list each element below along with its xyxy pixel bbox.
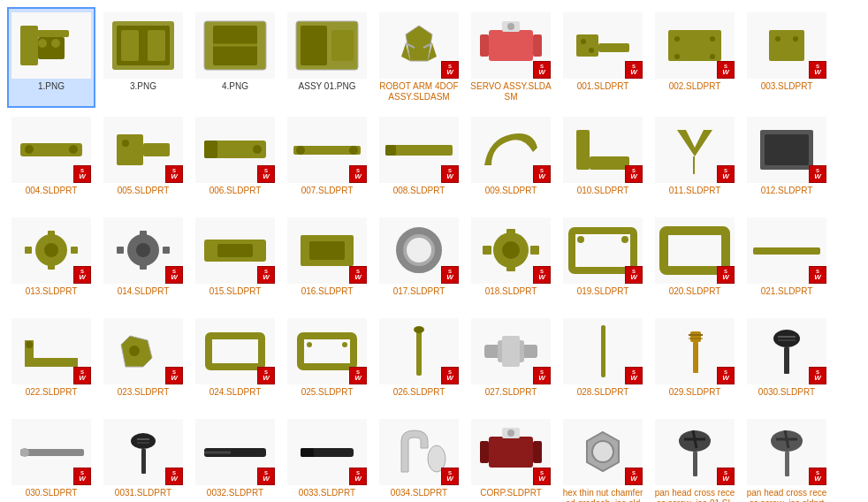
file-item-assy01png[interactable]: ASSY 01.PNG bbox=[283, 7, 371, 108]
svg-point-70 bbox=[502, 241, 520, 259]
file-item-008[interactable]: SW008.SLDPRT bbox=[375, 111, 463, 209]
svg-rect-112 bbox=[480, 441, 489, 463]
file-item-028[interactable]: SW028.SLDPRT bbox=[559, 313, 647, 410]
thumb-container: SW bbox=[195, 117, 275, 183]
thumb-container: SW bbox=[287, 217, 367, 284]
file-label: 024.SLDPRT bbox=[209, 387, 262, 398]
file-item-032[interactable]: SW0032.SLDPRT bbox=[191, 414, 279, 502]
svg-rect-86 bbox=[416, 327, 422, 376]
svg-rect-60 bbox=[117, 247, 124, 254]
file-item-1png[interactable]: 1.PNG bbox=[7, 7, 95, 108]
file-item-012[interactable]: SW012.SLDPRT bbox=[742, 111, 831, 209]
file-item-025[interactable]: SW025.SLDPRT bbox=[283, 313, 371, 410]
file-item-011[interactable]: SW011.SLDPRT bbox=[651, 111, 739, 209]
file-item-servoassy[interactable]: SWSERVO ASSY.SLDASM bbox=[467, 7, 555, 108]
file-label: ASSY 01.PNG bbox=[299, 81, 356, 92]
file-item-panhead1[interactable]: SWpan head cross recess screw_iso 01.SLD… bbox=[651, 414, 739, 502]
file-item-033[interactable]: SW0033.SLDPRT bbox=[283, 414, 371, 502]
sw-badge: SW bbox=[809, 165, 826, 183]
thumb-container: SW bbox=[195, 419, 275, 485]
file-item-016[interactable]: SW016.SLDPRT bbox=[283, 212, 371, 309]
file-label: 016.SLDPRT bbox=[301, 286, 354, 297]
thumb-container: SW bbox=[471, 12, 551, 79]
file-item-4png[interactable]: 4.PNG bbox=[191, 7, 279, 108]
file-item-0030a[interactable]: SW0030.SLDPRT bbox=[742, 313, 831, 410]
sw-badge: SW bbox=[717, 165, 735, 183]
file-item-010[interactable]: SW010.SLDPRT bbox=[559, 111, 647, 209]
file-item-013[interactable]: SW013.SLDPRT bbox=[7, 212, 95, 309]
sw-badge: SW bbox=[625, 266, 643, 284]
file-item-019[interactable]: SW019.SLDPRT bbox=[559, 212, 647, 309]
svg-rect-109 bbox=[301, 448, 314, 457]
sw-badge: SW bbox=[73, 367, 91, 384]
file-label: 4.PNG bbox=[222, 81, 248, 92]
svg-rect-78 bbox=[664, 231, 726, 270]
file-item-026[interactable]: SW026.SLDPRT bbox=[375, 313, 463, 410]
svg-rect-79 bbox=[753, 247, 820, 255]
svg-point-115 bbox=[507, 430, 514, 437]
file-item-020[interactable]: SW020.SLDPRT bbox=[651, 212, 739, 309]
file-browser: 1.PNG3.PNG4.PNGASSY 01.PNGSWROBOT ARM 4D… bbox=[0, 0, 868, 502]
file-item-034[interactable]: SW0034.SLDPRT bbox=[375, 414, 463, 502]
file-item-robotarm4dof[interactable]: SWROBOT ARM 4DOF ASSY.SLDASM bbox=[375, 7, 463, 108]
sw-badge: SW bbox=[533, 61, 551, 79]
file-label: 029.SLDPRT bbox=[669, 387, 721, 398]
file-item-017[interactable]: SW017.SLDPRT bbox=[375, 212, 463, 309]
svg-point-102 bbox=[131, 433, 156, 449]
svg-point-101 bbox=[20, 448, 29, 457]
thumb-container: SW bbox=[563, 419, 643, 485]
file-item-029[interactable]: SW029.SLDPRT bbox=[651, 313, 739, 410]
file-item-021[interactable]: SW021.SLDPRT bbox=[742, 212, 831, 309]
file-item-009[interactable]: SW009.SLDPRT bbox=[467, 111, 555, 209]
file-item-002[interactable]: SW002.SLDPRT bbox=[651, 7, 739, 108]
svg-rect-47 bbox=[590, 156, 629, 170]
sw-badge: SW bbox=[441, 165, 459, 183]
sw-badge: SW bbox=[717, 468, 735, 485]
thumb-container: SW bbox=[747, 117, 826, 183]
file-item-003[interactable]: SW003.SLDPRT bbox=[742, 7, 831, 108]
sw-badge: SW bbox=[165, 367, 183, 384]
svg-rect-74 bbox=[530, 246, 539, 255]
svg-rect-63 bbox=[217, 244, 253, 257]
file-label: 0031.SLDPRT bbox=[115, 488, 171, 498]
thumb-container: SW bbox=[379, 12, 459, 79]
svg-rect-72 bbox=[506, 262, 515, 271]
file-item-corp[interactable]: SWCORP.SLDPRT bbox=[467, 414, 555, 502]
svg-rect-16 bbox=[480, 34, 489, 57]
file-item-004[interactable]: SW004.SLDPRT bbox=[7, 111, 95, 209]
file-label: 027.SLDPRT bbox=[485, 387, 537, 398]
svg-rect-35 bbox=[117, 134, 143, 165]
file-item-006[interactable]: SW006.SLDPRT bbox=[191, 111, 279, 209]
file-item-024[interactable]: SW024.SLDPRT bbox=[191, 313, 279, 410]
file-label: 017.SLDPRT bbox=[393, 286, 445, 297]
svg-rect-36 bbox=[143, 143, 170, 156]
svg-point-42 bbox=[296, 146, 305, 155]
file-item-031[interactable]: SW0031.SLDPRT bbox=[99, 414, 187, 502]
file-item-007[interactable]: SW007.SLDPRT bbox=[283, 111, 371, 209]
svg-rect-123 bbox=[785, 452, 789, 476]
file-item-panhead2[interactable]: SWpan head cross recess screw_iso.sldprt bbox=[742, 414, 831, 502]
svg-rect-21 bbox=[598, 43, 629, 52]
file-item-hexnut[interactable]: SWhex thin nut chamfered gradeab_iso.sld… bbox=[559, 414, 647, 502]
file-item-018[interactable]: SW018.SLDPRT bbox=[467, 212, 555, 309]
file-label: 018.SLDPRT bbox=[485, 286, 537, 297]
thumb-container: SW bbox=[287, 318, 367, 384]
file-label: 006.SLDPRT bbox=[209, 186, 262, 196]
file-item-022[interactable]: SW022.SLDPRT bbox=[7, 313, 95, 410]
svg-point-37 bbox=[122, 140, 129, 147]
file-item-015[interactable]: SW015.SLDPRT bbox=[191, 212, 279, 309]
file-label: 002.SLDPRT bbox=[669, 81, 721, 92]
file-item-014[interactable]: SW014.SLDPRT bbox=[99, 212, 187, 309]
file-item-3png[interactable]: 3.PNG bbox=[99, 7, 187, 108]
shape-robot-arm-3 bbox=[108, 17, 179, 74]
file-item-001[interactable]: SW001.SLDPRT bbox=[559, 7, 647, 108]
svg-rect-53 bbox=[48, 262, 55, 270]
svg-rect-61 bbox=[163, 247, 170, 254]
file-label: 028.SLDPRT bbox=[577, 387, 629, 398]
file-item-005[interactable]: SW005.SLDPRT bbox=[99, 111, 187, 209]
thumb-container bbox=[11, 12, 91, 79]
file-item-030b[interactable]: SW030.SLDPRT bbox=[7, 414, 95, 502]
svg-rect-54 bbox=[25, 247, 32, 254]
file-item-023[interactable]: SW023.SLDPRT bbox=[99, 313, 187, 410]
file-item-027[interactable]: SW027.SLDPRT bbox=[467, 313, 555, 410]
